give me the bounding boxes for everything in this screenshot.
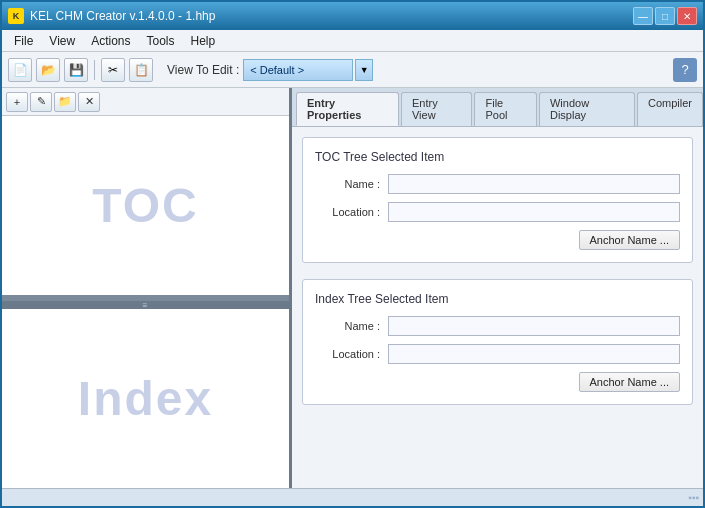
tab-content: TOC Tree Selected Item Name : Location :…	[292, 126, 703, 488]
help-icon[interactable]: ?	[673, 58, 697, 82]
resize-grip: ▪▪▪	[688, 492, 699, 503]
tab-window-display[interactable]: Window Display	[539, 92, 635, 126]
panel-divider[interactable]: ≡	[2, 301, 289, 309]
toc-name-label: Name :	[315, 178, 380, 190]
toc-name-input[interactable]	[388, 174, 680, 194]
menu-actions[interactable]: Actions	[83, 32, 138, 50]
index-section: Index Tree Selected Item Name : Location…	[302, 279, 693, 405]
new-button[interactable]: 📄	[8, 58, 32, 82]
dropdown-arrow[interactable]: ▼	[355, 59, 373, 81]
title-bar: K KEL CHM Creator v.1.4.0.0 - 1.hhp — □ …	[2, 2, 703, 30]
tab-entry-view[interactable]: Entry View	[401, 92, 473, 126]
index-name-row: Name :	[315, 316, 680, 336]
folder-button[interactable]: 📁	[54, 92, 76, 112]
tab-compiler[interactable]: Compiler	[637, 92, 703, 126]
window-title: KEL CHM Creator v.1.4.0.0 - 1.hhp	[30, 9, 215, 23]
menu-help[interactable]: Help	[183, 32, 224, 50]
cut-button[interactable]: ✂	[101, 58, 125, 82]
toc-name-row: Name :	[315, 174, 680, 194]
toc-area: TOC	[2, 116, 289, 301]
index-name-label: Name :	[315, 320, 380, 332]
index-area: Index	[2, 309, 289, 488]
open-button[interactable]: 📂	[36, 58, 60, 82]
main-window: K KEL CHM Creator v.1.4.0.0 - 1.hhp — □ …	[0, 0, 705, 508]
maximize-button[interactable]: □	[655, 7, 675, 25]
app-icon: K	[8, 8, 24, 24]
menu-file[interactable]: File	[6, 32, 41, 50]
toc-location-label: Location :	[315, 206, 380, 218]
toc-section-title: TOC Tree Selected Item	[315, 150, 680, 164]
left-panel-toolbar: + ✎ 📁 ✕	[2, 88, 289, 116]
toc-anchor-row: Anchor Name ...	[315, 230, 680, 250]
toolbar: 📄 📂 💾 ✂ 📋 View To Edit : < Default > ▼ ?	[2, 52, 703, 88]
add-entry-button[interactable]: +	[6, 92, 28, 112]
tab-bar: Entry Properties Entry View File Pool Wi…	[292, 88, 703, 126]
index-location-input[interactable]	[388, 344, 680, 364]
menu-bar: File View Actions Tools Help	[2, 30, 703, 52]
main-content: + ✎ 📁 ✕ TOC ≡ Index Entry Properties Ent…	[2, 88, 703, 488]
toc-section: TOC Tree Selected Item Name : Location :…	[302, 137, 693, 263]
index-placeholder-label: Index	[78, 371, 213, 426]
index-location-row: Location :	[315, 344, 680, 364]
menu-tools[interactable]: Tools	[139, 32, 183, 50]
delete-entry-button[interactable]: ✕	[78, 92, 100, 112]
index-anchor-row: Anchor Name ...	[315, 372, 680, 392]
toc-location-input[interactable]	[388, 202, 680, 222]
save-button[interactable]: 💾	[64, 58, 88, 82]
toc-anchor-button[interactable]: Anchor Name ...	[579, 230, 680, 250]
tab-file-pool[interactable]: File Pool	[474, 92, 536, 126]
dropdown-value[interactable]: < Default >	[243, 59, 353, 81]
index-location-label: Location :	[315, 348, 380, 360]
toc-placeholder-label: TOC	[92, 178, 198, 233]
paste-button[interactable]: 📋	[129, 58, 153, 82]
menu-view[interactable]: View	[41, 32, 83, 50]
minimize-button[interactable]: —	[633, 7, 653, 25]
edit-entry-button[interactable]: ✎	[30, 92, 52, 112]
close-button[interactable]: ✕	[677, 7, 697, 25]
index-name-input[interactable]	[388, 316, 680, 336]
left-panel: + ✎ 📁 ✕ TOC ≡ Index	[2, 88, 292, 488]
status-bar: ▪▪▪	[2, 488, 703, 506]
view-dropdown[interactable]: < Default > ▼	[243, 59, 373, 81]
tab-entry-properties[interactable]: Entry Properties	[296, 92, 399, 126]
window-controls: — □ ✕	[633, 7, 697, 25]
toolbar-separator-1	[94, 60, 95, 80]
index-anchor-button[interactable]: Anchor Name ...	[579, 372, 680, 392]
index-section-title: Index Tree Selected Item	[315, 292, 680, 306]
right-panel: Entry Properties Entry View File Pool Wi…	[292, 88, 703, 488]
toc-location-row: Location :	[315, 202, 680, 222]
view-to-edit-label: View To Edit :	[167, 63, 239, 77]
